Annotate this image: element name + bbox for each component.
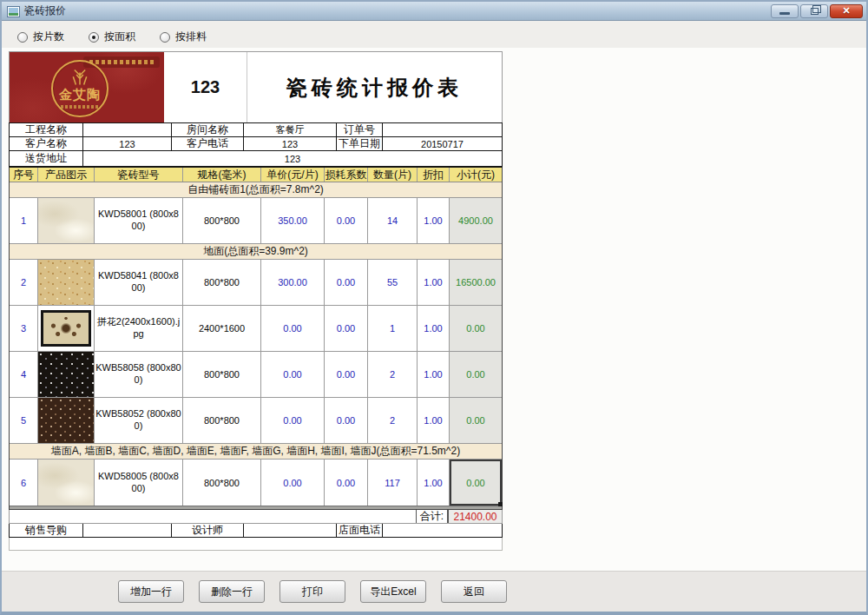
- item-qty-cell[interactable]: 1: [368, 306, 418, 351]
- items-header-row: 序号 产品图示 瓷砖型号 规格(毫米) 单价(元/片) 损耗系数 数量(片) 折…: [10, 168, 502, 182]
- mode-radio-by-area[interactable]: 按面积: [89, 30, 135, 44]
- item-model-cell[interactable]: 拼花2(2400x1600).jpg: [95, 306, 183, 351]
- item-loss-cell[interactable]: 0.00: [325, 260, 368, 305]
- sheet-title-block: 金艾陶 123 瓷砖统计报价表: [9, 51, 503, 122]
- restore-button[interactable]: [800, 4, 828, 18]
- item-index-cell[interactable]: 1: [10, 198, 38, 243]
- item-discount-cell[interactable]: 1.00: [418, 198, 450, 243]
- mode-selector: 按片数 按面积 按排料: [2, 21, 866, 51]
- minimize-button[interactable]: [771, 4, 799, 18]
- item-price-cell[interactable]: 0.00: [261, 352, 325, 397]
- radio-icon: [160, 32, 170, 43]
- add-row-button[interactable]: 增加一行: [118, 580, 184, 603]
- item-spec-cell[interactable]: 2400*1600: [183, 306, 261, 351]
- item-model-cell[interactable]: KWD58001 (800x800): [95, 198, 183, 243]
- item-model-cell[interactable]: KWD58005 (800x800): [95, 460, 183, 506]
- logo-emblem: 金艾陶: [51, 60, 108, 117]
- mode-radio-by-layout[interactable]: 按排料: [160, 30, 207, 44]
- item-model-cell[interactable]: KWB58058 (800x800): [95, 352, 183, 397]
- print-button[interactable]: 打印: [279, 580, 345, 603]
- section-row: 墙面A, 墙面B, 墙面C, 墙面D, 墙面E, 墙面F, 墙面G, 墙面H, …: [10, 444, 502, 460]
- items-body: 自由铺砖面1(总面积=7.8m^2) 1 KWD58001 (800x800) …: [10, 182, 502, 506]
- customer-name-value[interactable]: 123: [83, 137, 172, 150]
- item-image-cell[interactable]: [38, 260, 95, 305]
- item-subtotal-cell[interactable]: 0.00: [450, 398, 502, 443]
- mode-radio-by-pieces[interactable]: 按片数: [17, 30, 64, 44]
- close-button[interactable]: ✕: [830, 4, 863, 18]
- item-discount-cell[interactable]: 1.00: [418, 352, 450, 397]
- item-spec-cell[interactable]: 800*800: [183, 352, 261, 397]
- item-subtotal-cell[interactable]: 0.00: [450, 460, 502, 506]
- item-loss-cell[interactable]: 0.00: [325, 306, 368, 351]
- item-index-cell[interactable]: 4: [10, 352, 38, 397]
- item-model-cell[interactable]: KWD58041 (800x800): [95, 260, 183, 305]
- item-subtotal-cell[interactable]: 0.00: [450, 352, 502, 397]
- item-qty-cell[interactable]: 55: [368, 260, 418, 305]
- item-qty-cell[interactable]: 14: [368, 198, 418, 243]
- project-name-value[interactable]: [83, 123, 172, 136]
- room-name-value[interactable]: 客餐厅: [244, 123, 337, 136]
- item-row: 2 KWD58041 (800x800) 800*800 300.00 0.00…: [10, 260, 502, 306]
- item-discount-cell[interactable]: 1.00: [418, 306, 450, 351]
- brand-subtext-blur: [61, 105, 99, 109]
- item-subtotal-cell[interactable]: 16500.00: [450, 260, 502, 305]
- export-excel-button[interactable]: 导出Excel: [360, 580, 426, 603]
- info-row-1: 工程名称 房间名称 客餐厅 订单号: [10, 123, 502, 137]
- item-spec-cell[interactable]: 800*800: [183, 460, 261, 506]
- store-phone-label: 店面电话: [337, 524, 383, 537]
- app-window: 瓷砖报价 ✕ 按片数 按面积 按排料: [0, 0, 868, 615]
- designer-value[interactable]: [244, 524, 337, 537]
- item-image-cell[interactable]: [38, 198, 95, 243]
- col-model: 瓷砖型号: [95, 168, 183, 182]
- item-qty-cell[interactable]: 2: [368, 398, 418, 443]
- item-discount-cell[interactable]: 1.00: [418, 398, 450, 443]
- item-loss-cell[interactable]: 0.00: [325, 198, 368, 243]
- item-image-cell[interactable]: [38, 460, 95, 506]
- mode-label: 按面积: [104, 30, 135, 44]
- item-qty-cell[interactable]: 117: [368, 460, 418, 506]
- sales-guide-value[interactable]: [83, 524, 172, 537]
- item-spec-cell[interactable]: 800*800: [183, 398, 261, 443]
- item-index-cell[interactable]: 2: [10, 260, 38, 305]
- item-discount-cell[interactable]: 1.00: [418, 260, 450, 305]
- item-image-cell[interactable]: [38, 306, 95, 351]
- item-price-cell[interactable]: 350.00: [261, 198, 325, 243]
- tan-speckled-tile: [38, 260, 94, 305]
- back-button[interactable]: 返回: [441, 580, 507, 603]
- item-model-cell[interactable]: KWB58052 (800x800): [95, 398, 183, 443]
- footer-row: 销售导购 设计师 店面电话: [9, 524, 503, 538]
- item-price-cell[interactable]: 300.00: [261, 260, 325, 305]
- item-discount-cell[interactable]: 1.00: [418, 460, 450, 506]
- item-spec-cell[interactable]: 800*800: [183, 198, 261, 243]
- item-image-cell[interactable]: [38, 398, 95, 443]
- app-icon: [7, 5, 20, 17]
- info-row-address: 送货地址 123: [10, 151, 502, 166]
- quotation-sheet: 金艾陶 123 瓷砖统计报价表 工程名称 房间名称 客餐厅 订单号: [9, 51, 503, 551]
- order-info-grid: 工程名称 房间名称 客餐厅 订单号 客户名称 123 客户电话 123 下单日期…: [9, 122, 503, 167]
- item-loss-cell[interactable]: 0.00: [325, 352, 368, 397]
- item-spec-cell[interactable]: 800*800: [183, 260, 261, 305]
- item-image-cell[interactable]: [38, 352, 95, 397]
- item-index-cell[interactable]: 6: [10, 460, 38, 506]
- slogan-blur: [89, 60, 154, 64]
- item-loss-cell[interactable]: 0.00: [325, 398, 368, 443]
- item-price-cell[interactable]: 0.00: [261, 398, 325, 443]
- order-no-value[interactable]: [383, 123, 502, 136]
- item-subtotal-cell[interactable]: 4900.00: [450, 198, 502, 243]
- customer-phone-value[interactable]: 123: [244, 137, 337, 150]
- col-discount: 折扣: [418, 168, 450, 182]
- item-loss-cell[interactable]: 0.00: [325, 460, 368, 506]
- delivery-address-value[interactable]: 123: [83, 151, 502, 166]
- item-price-cell[interactable]: 0.00: [261, 306, 325, 351]
- item-index-cell[interactable]: 5: [10, 398, 38, 443]
- item-index-cell[interactable]: 3: [10, 306, 38, 351]
- store-phone-value[interactable]: [383, 524, 502, 537]
- item-subtotal-cell[interactable]: 0.00: [450, 306, 502, 351]
- empty-trailing-row: [9, 538, 503, 551]
- item-qty-cell[interactable]: 2: [368, 352, 418, 397]
- section-row: 地面(总面积=39.9m^2): [10, 244, 502, 260]
- order-date-value[interactable]: 20150717: [383, 137, 502, 150]
- delete-row-button[interactable]: 删除一行: [199, 580, 265, 603]
- info-row-2: 客户名称 123 客户电话 123 下单日期 20150717: [10, 137, 502, 151]
- item-price-cell[interactable]: 0.00: [261, 460, 325, 506]
